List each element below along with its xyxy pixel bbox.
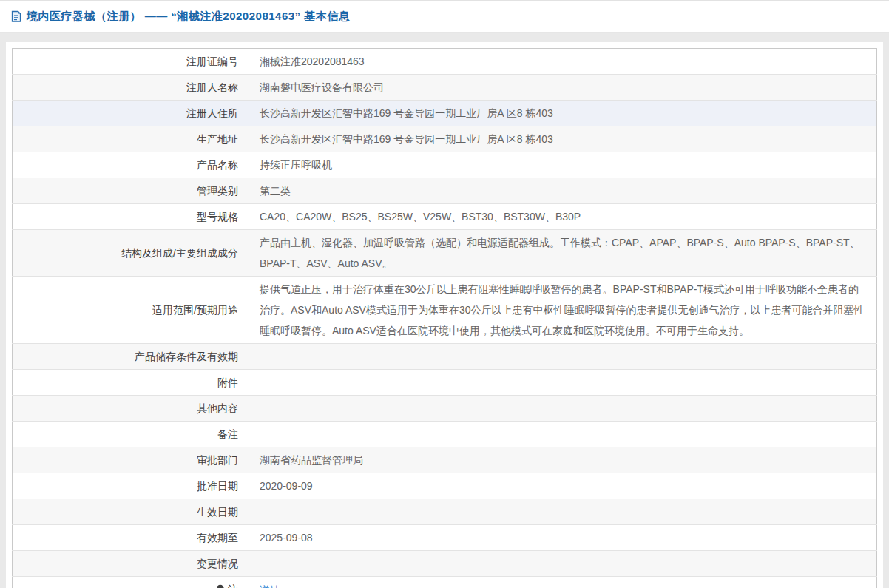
row-label: 审批部门 <box>197 450 238 470</box>
row-value: 第二类 <box>260 185 291 197</box>
table-row: 变更情况 <box>13 551 877 577</box>
row-label-cell: 注 <box>13 577 249 588</box>
row-value: CA20、CA20W、BS25、BS25W、V25W、BST30、BST30W、… <box>260 211 581 223</box>
row-value-cell: 2020-09-09 <box>249 473 877 499</box>
row-value-cell: 详情 <box>249 577 877 588</box>
table-row: 产品储存条件及有效期 <box>13 344 877 370</box>
row-label-cell: 适用范围/预期用途 <box>13 277 249 344</box>
table-row: 适用范围/预期用途 提供气道正压，用于治疗体重在30公斤以上患有阻塞性睡眠呼吸暂… <box>13 277 877 344</box>
row-value-cell: 长沙高新开发区汇智中路169 号金导园一期工业厂房A 区8 栋403 <box>249 101 877 126</box>
row-label: 变更情况 <box>197 553 238 574</box>
registration-info-table: 注册证编号 湘械注准20202081463 注册人名称 湖南磐电医疗设备有限公司… <box>12 48 877 588</box>
row-value-cell: 2025-09-08 <box>249 525 877 551</box>
row-label-cell: 变更情况 <box>13 551 249 577</box>
row-label-cell: 管理类别 <box>13 178 249 204</box>
row-label-cell: 型号规格 <box>13 204 249 230</box>
row-label-cell: 其他内容 <box>13 396 249 422</box>
table-row: 注册人住所 长沙高新开发区汇智中路169 号金导园一期工业厂房A 区8 栋403 <box>13 101 877 126</box>
row-label-cell: 注册人名称 <box>13 75 249 101</box>
table-row: 产品名称 持续正压呼吸机 <box>13 152 877 178</box>
row-value-cell <box>249 344 877 370</box>
row-label-cell: 有效期至 <box>13 525 249 551</box>
info-panel: 注册证编号 湘械注准20202081463 注册人名称 湖南磐电医疗设备有限公司… <box>6 42 883 588</box>
row-value-cell: 产品由主机、湿化器、加温呼吸管路（选配）和电源适配器组成。工作模式：CPAP、A… <box>249 230 877 277</box>
row-value: 产品由主机、湿化器、加温呼吸管路（选配）和电源适配器组成。工作模式：CPAP、A… <box>260 237 860 269</box>
row-value-cell: 湖南省药品监督管理局 <box>249 447 877 473</box>
row-label: 注册人名称 <box>186 77 238 98</box>
note-bulb-icon <box>215 584 225 588</box>
row-value-cell <box>249 551 877 577</box>
row-label: 其他内容 <box>197 398 238 419</box>
row-label: 适用范围/预期用途 <box>152 300 238 320</box>
page-title: 境内医疗器械（注册） —— “湘械注准20202081463” 基本信息 <box>27 10 350 24</box>
row-value: 2020-09-09 <box>260 480 313 492</box>
table-row: 有效期至 2025-09-08 <box>13 525 877 551</box>
row-label-cell: 生产地址 <box>13 126 249 152</box>
row-value: 持续正压呼吸机 <box>260 159 332 171</box>
table-row: 生效日期 <box>13 499 877 525</box>
row-value-cell <box>249 422 877 447</box>
row-value: 长沙高新开发区汇智中路169 号金导园一期工业厂房A 区8 栋403 <box>260 107 553 119</box>
row-label-cell: 注册证编号 <box>13 49 249 75</box>
row-label: 生效日期 <box>197 501 238 522</box>
row-value: 湖南磐电医疗设备有限公司 <box>260 81 384 93</box>
row-label-cell: 附件 <box>13 370 249 396</box>
row-label-cell: 生效日期 <box>13 499 249 525</box>
row-label-cell: 结构及组成/主要组成成分 <box>13 230 249 277</box>
row-label-cell: 批准日期 <box>13 473 249 499</box>
row-value-cell: 提供气道正压，用于治疗体重在30公斤以上患有阻塞性睡眠呼吸暂停的患者。BPAP-… <box>249 277 877 344</box>
row-label: 附件 <box>217 372 238 393</box>
row-label: 型号规格 <box>197 206 238 227</box>
row-label: 产品储存条件及有效期 <box>135 346 238 367</box>
table-row: 审批部门 湖南省药品监督管理局 <box>13 447 877 473</box>
table-row: 批准日期 2020-09-09 <box>13 473 877 499</box>
table-row: 注册证编号 湘械注准20202081463 <box>13 49 877 75</box>
table-row: 型号规格 CA20、CA20W、BS25、BS25W、V25W、BST30、BS… <box>13 204 877 230</box>
row-label-cell: 审批部门 <box>13 447 249 473</box>
row-value-cell: 长沙高新开发区汇智中路169 号金导园一期工业厂房A 区8 栋403 <box>249 126 877 152</box>
row-value: 2025-09-08 <box>260 532 313 544</box>
table-row: 备注 <box>13 422 877 447</box>
table-row: 管理类别 第二类 <box>13 178 877 204</box>
row-value-cell <box>249 370 877 396</box>
row-value: 湖南省药品监督管理局 <box>260 454 363 466</box>
table-row: 生产地址 长沙高新开发区汇智中路169 号金导园一期工业厂房A 区8 栋403 <box>13 126 877 152</box>
document-icon <box>10 10 22 23</box>
table-row: 其他内容 <box>13 396 877 422</box>
row-label: 结构及组成/主要组成成分 <box>121 243 238 263</box>
table-row: 注 详情 <box>13 577 877 588</box>
row-label: 生产地址 <box>197 129 238 149</box>
row-value: 提供气道正压，用于治疗体重在30公斤以上患有阻塞性睡眠呼吸暂停的患者。BPAP-… <box>260 283 865 337</box>
row-value-cell: 持续正压呼吸机 <box>249 152 877 178</box>
details-link[interactable]: 详情 <box>260 584 280 588</box>
row-label: 备注 <box>217 424 238 445</box>
row-value: 湘械注准20202081463 <box>260 55 365 67</box>
row-label-cell: 产品储存条件及有效期 <box>13 344 249 370</box>
row-label: 管理类别 <box>197 180 238 201</box>
page-header: 境内医疗器械（注册） —— “湘械注准20202081463” 基本信息 <box>0 0 889 33</box>
row-value-cell: 湘械注准20202081463 <box>249 49 877 75</box>
row-label: 产品名称 <box>197 155 238 175</box>
row-value-cell: 湖南磐电医疗设备有限公司 <box>249 75 877 101</box>
row-value: 长沙高新开发区汇智中路169 号金导园一期工业厂房A 区8 栋403 <box>260 133 553 145</box>
row-value-cell <box>249 396 877 422</box>
row-label: 注册人住所 <box>186 103 238 124</box>
table-row: 注册人名称 湖南磐电医疗设备有限公司 <box>13 75 877 101</box>
row-label-cell: 备注 <box>13 422 249 447</box>
row-label: 注 <box>228 579 238 588</box>
row-label: 有效期至 <box>197 527 238 548</box>
row-value-cell: 第二类 <box>249 178 877 204</box>
table-row: 结构及组成/主要组成成分 产品由主机、湿化器、加温呼吸管路（选配）和电源适配器组… <box>13 230 877 277</box>
row-label-cell: 注册人住所 <box>13 101 249 126</box>
row-label-cell: 产品名称 <box>13 152 249 178</box>
row-value-cell: CA20、CA20W、BS25、BS25W、V25W、BST30、BST30W、… <box>249 204 877 230</box>
row-label: 注册证编号 <box>186 51 238 72</box>
row-value-cell <box>249 499 877 525</box>
row-label: 批准日期 <box>197 476 238 496</box>
table-row: 附件 <box>13 370 877 396</box>
